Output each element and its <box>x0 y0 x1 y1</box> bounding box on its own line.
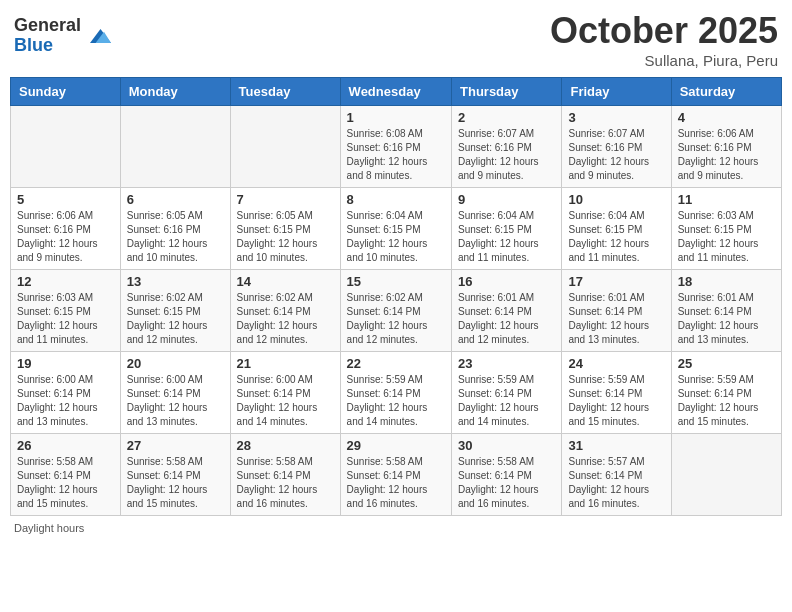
day-info: Sunrise: 5:58 AM Sunset: 6:14 PM Dayligh… <box>347 455 445 511</box>
day-number: 31 <box>568 438 664 453</box>
day-number: 28 <box>237 438 334 453</box>
footer-note: Daylight hours <box>10 522 782 534</box>
day-info: Sunrise: 5:58 AM Sunset: 6:14 PM Dayligh… <box>127 455 224 511</box>
day-info: Sunrise: 5:59 AM Sunset: 6:14 PM Dayligh… <box>347 373 445 429</box>
weekday-header-sunday: Sunday <box>11 78 121 106</box>
day-number: 3 <box>568 110 664 125</box>
day-info: Sunrise: 5:58 AM Sunset: 6:14 PM Dayligh… <box>237 455 334 511</box>
day-number: 12 <box>17 274 114 289</box>
day-number: 20 <box>127 356 224 371</box>
day-number: 8 <box>347 192 445 207</box>
calendar-table: SundayMondayTuesdayWednesdayThursdayFrid… <box>10 77 782 516</box>
day-info: Sunrise: 5:57 AM Sunset: 6:14 PM Dayligh… <box>568 455 664 511</box>
day-info: Sunrise: 6:00 AM Sunset: 6:14 PM Dayligh… <box>237 373 334 429</box>
day-info: Sunrise: 6:05 AM Sunset: 6:15 PM Dayligh… <box>237 209 334 265</box>
calendar-cell: 22Sunrise: 5:59 AM Sunset: 6:14 PM Dayli… <box>340 352 451 434</box>
day-info: Sunrise: 6:03 AM Sunset: 6:15 PM Dayligh… <box>17 291 114 347</box>
calendar-cell <box>11 106 121 188</box>
calendar-cell: 13Sunrise: 6:02 AM Sunset: 6:15 PM Dayli… <box>120 270 230 352</box>
calendar-cell: 10Sunrise: 6:04 AM Sunset: 6:15 PM Dayli… <box>562 188 671 270</box>
calendar-cell: 21Sunrise: 6:00 AM Sunset: 6:14 PM Dayli… <box>230 352 340 434</box>
day-number: 26 <box>17 438 114 453</box>
calendar-cell <box>230 106 340 188</box>
day-number: 29 <box>347 438 445 453</box>
calendar-cell: 9Sunrise: 6:04 AM Sunset: 6:15 PM Daylig… <box>452 188 562 270</box>
day-info: Sunrise: 6:02 AM Sunset: 6:14 PM Dayligh… <box>237 291 334 347</box>
logo-blue: Blue <box>14 36 81 56</box>
month-title: October 2025 <box>550 10 778 52</box>
calendar-cell: 28Sunrise: 5:58 AM Sunset: 6:14 PM Dayli… <box>230 434 340 516</box>
day-number: 2 <box>458 110 555 125</box>
day-number: 4 <box>678 110 775 125</box>
weekday-header-friday: Friday <box>562 78 671 106</box>
calendar-cell: 19Sunrise: 6:00 AM Sunset: 6:14 PM Dayli… <box>11 352 121 434</box>
day-number: 7 <box>237 192 334 207</box>
calendar-cell: 6Sunrise: 6:05 AM Sunset: 6:16 PM Daylig… <box>120 188 230 270</box>
logo-icon <box>83 22 111 50</box>
day-info: Sunrise: 6:07 AM Sunset: 6:16 PM Dayligh… <box>458 127 555 183</box>
day-info: Sunrise: 6:02 AM Sunset: 6:15 PM Dayligh… <box>127 291 224 347</box>
day-number: 16 <box>458 274 555 289</box>
calendar-cell: 27Sunrise: 5:58 AM Sunset: 6:14 PM Dayli… <box>120 434 230 516</box>
weekday-header-thursday: Thursday <box>452 78 562 106</box>
day-info: Sunrise: 6:06 AM Sunset: 6:16 PM Dayligh… <box>678 127 775 183</box>
day-number: 5 <box>17 192 114 207</box>
calendar-week-row: 12Sunrise: 6:03 AM Sunset: 6:15 PM Dayli… <box>11 270 782 352</box>
calendar-cell: 20Sunrise: 6:00 AM Sunset: 6:14 PM Dayli… <box>120 352 230 434</box>
calendar-cell: 1Sunrise: 6:08 AM Sunset: 6:16 PM Daylig… <box>340 106 451 188</box>
calendar-cell: 30Sunrise: 5:58 AM Sunset: 6:14 PM Dayli… <box>452 434 562 516</box>
day-info: Sunrise: 6:04 AM Sunset: 6:15 PM Dayligh… <box>568 209 664 265</box>
calendar-cell: 16Sunrise: 6:01 AM Sunset: 6:14 PM Dayli… <box>452 270 562 352</box>
day-number: 27 <box>127 438 224 453</box>
calendar-cell: 12Sunrise: 6:03 AM Sunset: 6:15 PM Dayli… <box>11 270 121 352</box>
day-info: Sunrise: 6:04 AM Sunset: 6:15 PM Dayligh… <box>458 209 555 265</box>
calendar-cell: 24Sunrise: 5:59 AM Sunset: 6:14 PM Dayli… <box>562 352 671 434</box>
day-info: Sunrise: 6:06 AM Sunset: 6:16 PM Dayligh… <box>17 209 114 265</box>
day-info: Sunrise: 6:00 AM Sunset: 6:14 PM Dayligh… <box>17 373 114 429</box>
calendar-cell: 5Sunrise: 6:06 AM Sunset: 6:16 PM Daylig… <box>11 188 121 270</box>
day-number: 6 <box>127 192 224 207</box>
weekday-header-wednesday: Wednesday <box>340 78 451 106</box>
weekday-header-tuesday: Tuesday <box>230 78 340 106</box>
calendar-cell <box>671 434 781 516</box>
calendar-cell: 15Sunrise: 6:02 AM Sunset: 6:14 PM Dayli… <box>340 270 451 352</box>
weekday-header-monday: Monday <box>120 78 230 106</box>
calendar-week-row: 19Sunrise: 6:00 AM Sunset: 6:14 PM Dayli… <box>11 352 782 434</box>
calendar-cell: 29Sunrise: 5:58 AM Sunset: 6:14 PM Dayli… <box>340 434 451 516</box>
title-block: October 2025 Sullana, Piura, Peru <box>550 10 778 69</box>
calendar-cell: 31Sunrise: 5:57 AM Sunset: 6:14 PM Dayli… <box>562 434 671 516</box>
day-number: 9 <box>458 192 555 207</box>
day-info: Sunrise: 6:03 AM Sunset: 6:15 PM Dayligh… <box>678 209 775 265</box>
calendar-cell <box>120 106 230 188</box>
day-info: Sunrise: 6:04 AM Sunset: 6:15 PM Dayligh… <box>347 209 445 265</box>
day-number: 13 <box>127 274 224 289</box>
logo: General Blue <box>14 16 111 56</box>
weekday-header-saturday: Saturday <box>671 78 781 106</box>
calendar-cell: 11Sunrise: 6:03 AM Sunset: 6:15 PM Dayli… <box>671 188 781 270</box>
day-number: 25 <box>678 356 775 371</box>
calendar-cell: 8Sunrise: 6:04 AM Sunset: 6:15 PM Daylig… <box>340 188 451 270</box>
day-info: Sunrise: 6:00 AM Sunset: 6:14 PM Dayligh… <box>127 373 224 429</box>
day-number: 14 <box>237 274 334 289</box>
day-info: Sunrise: 5:59 AM Sunset: 6:14 PM Dayligh… <box>568 373 664 429</box>
day-info: Sunrise: 6:01 AM Sunset: 6:14 PM Dayligh… <box>568 291 664 347</box>
logo-general: General <box>14 16 81 36</box>
day-number: 24 <box>568 356 664 371</box>
day-number: 21 <box>237 356 334 371</box>
calendar-cell: 26Sunrise: 5:58 AM Sunset: 6:14 PM Dayli… <box>11 434 121 516</box>
calendar-cell: 18Sunrise: 6:01 AM Sunset: 6:14 PM Dayli… <box>671 270 781 352</box>
calendar-cell: 2Sunrise: 6:07 AM Sunset: 6:16 PM Daylig… <box>452 106 562 188</box>
day-info: Sunrise: 6:07 AM Sunset: 6:16 PM Dayligh… <box>568 127 664 183</box>
day-number: 23 <box>458 356 555 371</box>
day-info: Sunrise: 5:59 AM Sunset: 6:14 PM Dayligh… <box>458 373 555 429</box>
calendar-cell: 4Sunrise: 6:06 AM Sunset: 6:16 PM Daylig… <box>671 106 781 188</box>
day-info: Sunrise: 6:01 AM Sunset: 6:14 PM Dayligh… <box>678 291 775 347</box>
day-info: Sunrise: 6:01 AM Sunset: 6:14 PM Dayligh… <box>458 291 555 347</box>
calendar-cell: 25Sunrise: 5:59 AM Sunset: 6:14 PM Dayli… <box>671 352 781 434</box>
calendar-cell: 7Sunrise: 6:05 AM Sunset: 6:15 PM Daylig… <box>230 188 340 270</box>
day-number: 1 <box>347 110 445 125</box>
day-number: 17 <box>568 274 664 289</box>
weekday-header-row: SundayMondayTuesdayWednesdayThursdayFrid… <box>11 78 782 106</box>
day-number: 30 <box>458 438 555 453</box>
calendar-cell: 17Sunrise: 6:01 AM Sunset: 6:14 PM Dayli… <box>562 270 671 352</box>
